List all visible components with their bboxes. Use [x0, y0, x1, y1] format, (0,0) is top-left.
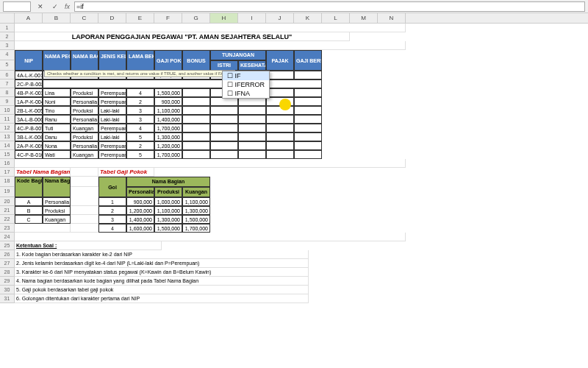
col-header[interactable]: M: [350, 13, 378, 23]
cell-nip[interactable]: 3B-L-K-008: [15, 132, 43, 141]
cell-gaji[interactable]: 1,700,000: [154, 150, 182, 159]
cell-nip[interactable]: 2B-L-K-005: [15, 106, 43, 115]
gaji-val[interactable]: 1,200,000: [126, 206, 154, 215]
cell-istri[interactable]: [210, 150, 238, 159]
cell-kes[interactable]: [238, 115, 266, 124]
gaji-gol[interactable]: 2: [98, 206, 126, 215]
cell-lama[interactable]: 4: [126, 124, 154, 132]
col-header[interactable]: C: [71, 13, 98, 23]
gaji-val[interactable]: 1,400,000: [126, 215, 154, 224]
cell-gaji[interactable]: 1,500,000: [154, 88, 182, 97]
cell-lama[interactable]: 3: [126, 115, 154, 124]
cell-kes[interactable]: [238, 150, 266, 159]
gaji-val[interactable]: 1,600,000: [126, 224, 154, 233]
suggest-item[interactable]: ☐ IF: [223, 71, 269, 80]
gaji-gol[interactable]: 1: [98, 197, 126, 206]
cell-bersih[interactable]: [294, 150, 322, 159]
cell-bonus[interactable]: [182, 115, 210, 124]
col-header[interactable]: B: [43, 13, 71, 23]
cell-pajak[interactable]: [266, 150, 294, 159]
gaji-val[interactable]: 1,300,000: [182, 206, 210, 215]
cell-jk[interactable]: Laki-laki: [98, 115, 126, 124]
col-header[interactable]: J: [266, 13, 294, 23]
cell-nip[interactable]: 4C-P-B-007: [15, 124, 43, 132]
cell-bersih[interactable]: [294, 88, 322, 97]
cell-gaji[interactable]: 1,100,000: [154, 106, 182, 115]
cell-kes[interactable]: [238, 132, 266, 141]
col-header[interactable]: G: [182, 13, 210, 23]
cell-bonus[interactable]: [182, 141, 210, 150]
gaji-val[interactable]: 1,000,000: [154, 197, 182, 206]
cell-istri[interactable]: [210, 124, 238, 132]
gaji-val[interactable]: 1,500,000: [154, 224, 182, 233]
cell-pajak[interactable]: [266, 124, 294, 132]
bag-kode[interactable]: B: [15, 206, 43, 215]
cell-istri[interactable]: [210, 132, 238, 141]
bag-nama[interactable]: Kuangan: [43, 215, 71, 224]
cell-bersih[interactable]: [294, 97, 322, 106]
cell-nama[interactable]: Tino: [43, 106, 71, 115]
cell-nama[interactable]: Tuti: [43, 124, 71, 132]
cell-istri[interactable]: [210, 141, 238, 150]
cell-kes[interactable]: [238, 124, 266, 132]
cell-gaji[interactable]: 1,700,000: [154, 124, 182, 132]
cell-kes[interactable]: [238, 106, 266, 115]
col-header[interactable]: E: [126, 13, 154, 23]
cell-lama[interactable]: 3: [126, 106, 154, 115]
cell-pajak[interactable]: [266, 141, 294, 150]
cell-bag[interactable]: Kuangan: [71, 150, 98, 159]
cell-lama[interactable]: 5: [126, 150, 154, 159]
bag-kode[interactable]: C: [15, 215, 43, 224]
spreadsheet-grid[interactable]: ☐ IF ☐ IFERROR ☐ IFNA 1 2LAPORAN PENGGAJ…: [0, 24, 588, 303]
cell-nip[interactable]: 4B-P-K-003: [15, 88, 43, 97]
cell-lama[interactable]: 5: [126, 132, 154, 141]
cell-jk[interactable]: Perempuan: [98, 88, 126, 97]
cell-bag[interactable]: Personalia: [71, 115, 98, 124]
cell-bag[interactable]: Produksi: [71, 88, 98, 97]
gaji-val[interactable]: 1,700,000: [182, 224, 210, 233]
suggest-item[interactable]: ☐ IFNA: [223, 89, 269, 98]
cell-bersih[interactable]: [294, 124, 322, 132]
suggest-item[interactable]: ☐ IFERROR: [223, 80, 269, 89]
cell-gaji[interactable]: 900,000: [154, 97, 182, 106]
cell-gaji[interactable]: 1,400,000: [154, 115, 182, 124]
cell-lama[interactable]: 2: [126, 97, 154, 106]
col-header[interactable]: A: [15, 13, 43, 23]
cell-nama[interactable]: Lina: [43, 88, 71, 97]
col-header[interactable]: N: [378, 13, 406, 23]
gaji-gol[interactable]: 3: [98, 215, 126, 224]
cell-nip[interactable]: 2C-P-B-002: [15, 79, 43, 88]
cell-jk[interactable]: Perempuan: [98, 124, 126, 132]
cell-istri[interactable]: [210, 106, 238, 115]
cell-pajak[interactable]: [266, 132, 294, 141]
cell-pajak[interactable]: [266, 71, 294, 79]
cell-bonus[interactable]: [182, 106, 210, 115]
cell-tooltip-row[interactable]: [43, 79, 322, 88]
bag-nama[interactable]: Personalia: [43, 197, 71, 206]
col-header-active[interactable]: H: [210, 13, 238, 23]
cell-bonus[interactable]: [182, 132, 210, 141]
cell-bag[interactable]: Produksi: [71, 132, 98, 141]
cell-nama[interactable]: Ranu: [43, 115, 71, 124]
cell-gaji[interactable]: 1,200,000: [154, 141, 182, 150]
cell-nip[interactable]: 4A-L-K-001: [15, 71, 43, 79]
col-header[interactable]: D: [98, 13, 126, 23]
cell-bonus[interactable]: [182, 88, 210, 97]
cell-nama[interactable]: Wati: [43, 150, 71, 159]
cell-nip[interactable]: 3A-L-B-006: [15, 115, 43, 124]
cell-bersih[interactable]: [294, 71, 322, 79]
cell-bersih[interactable]: [294, 115, 322, 124]
cell-jk[interactable]: Laki-laki: [98, 106, 126, 115]
cell-bag[interactable]: Kuangan: [71, 124, 98, 132]
gaji-val[interactable]: 1,300,000: [154, 215, 182, 224]
cell-nip[interactable]: 4C-P-B-010: [15, 150, 43, 159]
gaji-val[interactable]: 1,100,000: [154, 206, 182, 215]
col-header[interactable]: F: [154, 13, 182, 23]
cell-nip[interactable]: 2A-P-K-009: [15, 141, 43, 150]
cell-pajak[interactable]: [266, 88, 294, 97]
col-header[interactable]: I: [238, 13, 266, 23]
name-box[interactable]: [3, 1, 31, 12]
cell-lama[interactable]: 2: [126, 141, 154, 150]
cell-bersih[interactable]: [294, 132, 322, 141]
gaji-val[interactable]: 1,100,000: [182, 197, 210, 206]
